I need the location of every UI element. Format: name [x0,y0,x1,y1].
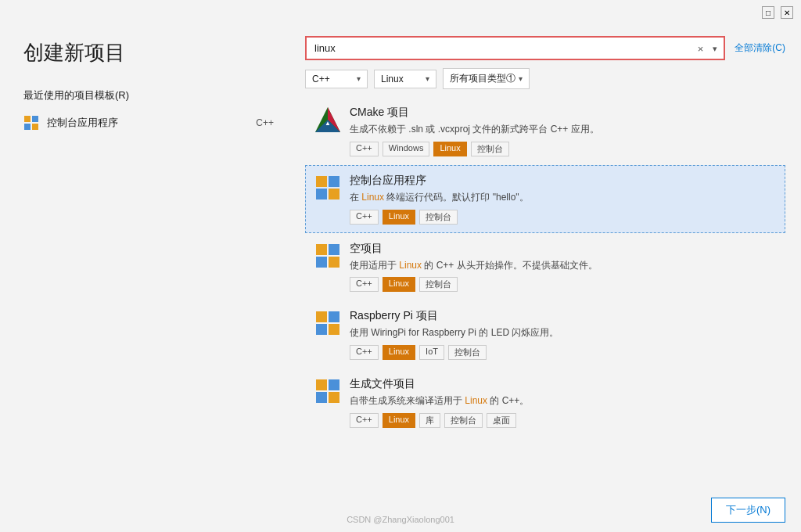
template-console-tags: C++ Linux 控制台 [314,210,777,225]
makefile-icon-sq1 [316,379,327,390]
template-empty-name: 空项目 [350,242,777,256]
tag-linux-makefile: Linux [383,413,415,428]
template-cmake-desc: 生成不依赖于 .sln 或 .vcxproj 文件的新式跨平台 C++ 应用。 [350,123,777,136]
makefile-icon-sq4 [329,392,339,403]
template-raspi-tags: C++ Linux IoT 控制台 [314,345,777,360]
clear-all-link[interactable]: 全部清除(C) [735,41,785,55]
template-console-name: 控制台应用程序 [350,174,777,188]
makefile-icon-sq2 [329,379,339,390]
svg-rect-3 [32,124,38,130]
filter-row: C++ ▾ Linux ▾ 所有项目类型① ▾ [305,68,785,89]
makefile-icon [314,377,342,405]
filter-project-type[interactable]: 所有项目类型① ▾ [443,68,530,89]
empty-icon-sq3 [316,257,327,268]
tag-linux: Linux [433,142,466,156]
minimize-button[interactable]: □ [762,6,774,19]
filter-cpp[interactable]: C++ ▾ [305,70,368,88]
raspi-icon-sq1 [316,311,327,322]
raspi-icon-sq4 [329,324,339,335]
raspi-icon-sq3 [316,324,327,335]
title-bar: □ ✕ [754,0,801,25]
template-makefile-desc: 自带生成系统来编译适用于 Linux 的 C++。 [350,394,777,408]
svg-text:▲: ▲ [325,120,331,127]
tag-console-console: 控制台 [419,210,458,225]
svg-rect-1 [32,116,38,122]
filter-linux[interactable]: Linux ▾ [374,70,436,88]
bottom-bar: CSDN @ZhangXiaolong001 下一步(N) [0,488,801,532]
template-raspi-name: Raspberry Pi 项目 [350,309,777,323]
recent-item-icon [23,115,39,131]
template-item-raspi[interactable]: Raspberry Pi 项目 使用 WiringPi for Raspberr… [305,300,785,368]
template-item-raspi-header: Raspberry Pi 项目 使用 WiringPi for Raspberr… [314,309,777,340]
left-panel: 创建新项目 最近使用的项目模板(R) 控制台应用程序 C++ [0,23,297,532]
tag-linux-console: Linux [383,210,415,225]
template-cmake-text: CMake 项目 生成不依赖于 .sln 或 .vcxproj 文件的新式跨平台… [350,106,777,136]
search-row: × ▾ 全部清除(C) [305,36,785,60]
tag-console-makefile: 控制台 [444,413,483,428]
template-console-desc: 在 Linux 终端运行代码。默认打印 "hello"。 [350,191,777,204]
template-raspi-text: Raspberry Pi 项目 使用 WiringPi for Raspberr… [350,309,777,340]
template-makefile-tags: C++ Linux 库 控制台 桌面 [314,413,777,428]
template-item-makefile-header: 生成文件项目 自带生成系统来编译适用于 Linux 的 C++。 [314,377,777,408]
template-item-cmake-header: ▲ CMake 项目 生成不依赖于 .sln 或 .vcxproj 文件的新式跨… [314,106,777,136]
filter-cpp-arrow: ▾ [357,74,361,83]
watermark: CSDN @ZhangXiaolong001 [347,515,454,524]
main-container: 创建新项目 最近使用的项目模板(R) 控制台应用程序 C++ × ▾ 全 [0,0,801,532]
template-item-empty[interactable]: 空项目 使用适用于 Linux 的 C++ 从头开始操作。不提供基础文件。 C+… [305,233,785,301]
template-item-cmake[interactable]: ▲ CMake 项目 生成不依赖于 .sln 或 .vcxproj 文件的新式跨… [305,97,785,165]
tag-lib-makefile: 库 [419,413,440,428]
template-empty-tags: C++ Linux 控制台 [314,277,777,292]
makefile-icon-sq3 [316,392,327,403]
tag-console-raspi: 控制台 [448,345,487,360]
empty-icon-sq4 [329,257,339,268]
right-panel: × ▾ 全部清除(C) C++ ▾ Linux ▾ 所有项目类型① ▾ [297,23,801,532]
recent-item[interactable]: 控制台应用程序 C++ [23,112,274,134]
template-empty-desc: 使用适用于 Linux 的 C++ 从头开始操作。不提供基础文件。 [350,259,777,272]
empty-icon [314,242,342,270]
search-input[interactable] [307,38,724,59]
empty-icon-sq1 [316,244,327,255]
template-item-console[interactable]: 控制台应用程序 在 Linux 终端运行代码。默认打印 "hello"。 C++… [305,165,785,233]
template-console-text: 控制台应用程序 在 Linux 终端运行代码。默认打印 "hello"。 [350,174,777,204]
recent-item-name: 控制台应用程序 [47,116,118,130]
template-cmake-tags: C++ Windows Linux 控制台 [314,142,777,156]
filter-cpp-label: C++ [312,74,330,84]
template-makefile-text: 生成文件项目 自带生成系统来编译适用于 Linux 的 C++。 [350,377,777,408]
template-makefile-name: 生成文件项目 [350,377,777,391]
cmake-icon: ▲ [314,106,342,134]
tag-windows: Windows [383,142,430,156]
console-icon-sq1 [316,176,327,187]
close-button[interactable]: ✕ [781,6,793,19]
tag-iot-raspi: IoT [419,345,444,360]
tag-desktop-makefile: 桌面 [487,413,516,428]
template-item-makefile[interactable]: 生成文件项目 自带生成系统来编译适用于 Linux 的 C++。 C++ Lin… [305,368,785,437]
template-raspi-desc: 使用 WiringPi for Raspberry Pi 的 LED 闪烁应用。 [350,326,777,340]
search-clear-icon[interactable]: × [695,41,707,56]
template-empty-text: 空项目 使用适用于 Linux 的 C++ 从头开始操作。不提供基础文件。 [350,242,777,272]
tag-cpp-makefile: C++ [350,413,379,428]
console-icon-sq3 [316,189,327,200]
search-actions: × ▾ [695,41,721,56]
next-button[interactable]: 下一步(N) [711,498,785,523]
raspi-icon-sq2 [329,311,339,322]
empty-icon-sq2 [329,244,339,255]
tag-cpp-raspi: C++ [350,345,379,360]
search-dropdown-icon[interactable]: ▾ [709,41,720,55]
console-icon-sq4 [329,189,339,200]
tag-console: 控制台 [471,142,509,156]
template-cmake-name: CMake 项目 [350,106,777,120]
filter-linux-arrow: ▾ [426,74,429,83]
tag-linux-empty: Linux [383,277,415,292]
template-item-console-header: 控制台应用程序 在 Linux 终端运行代码。默认打印 "hello"。 [314,174,777,204]
svg-rect-2 [24,124,31,130]
filter-project-type-arrow: ▾ [519,74,523,83]
filter-linux-label: Linux [381,74,404,84]
tag-cpp-empty: C++ [350,277,379,292]
template-list: ▲ CMake 项目 生成不依赖于 .sln 或 .vcxproj 文件的新式跨… [305,97,785,519]
tag-cpp: C++ [350,142,379,156]
tag-cpp-console: C++ [350,210,379,225]
page-title: 创建新项目 [23,39,274,66]
tag-console-empty: 控制台 [419,277,458,292]
search-box-wrap: × ▾ [305,36,725,60]
tag-linux-raspi: Linux [383,345,415,360]
